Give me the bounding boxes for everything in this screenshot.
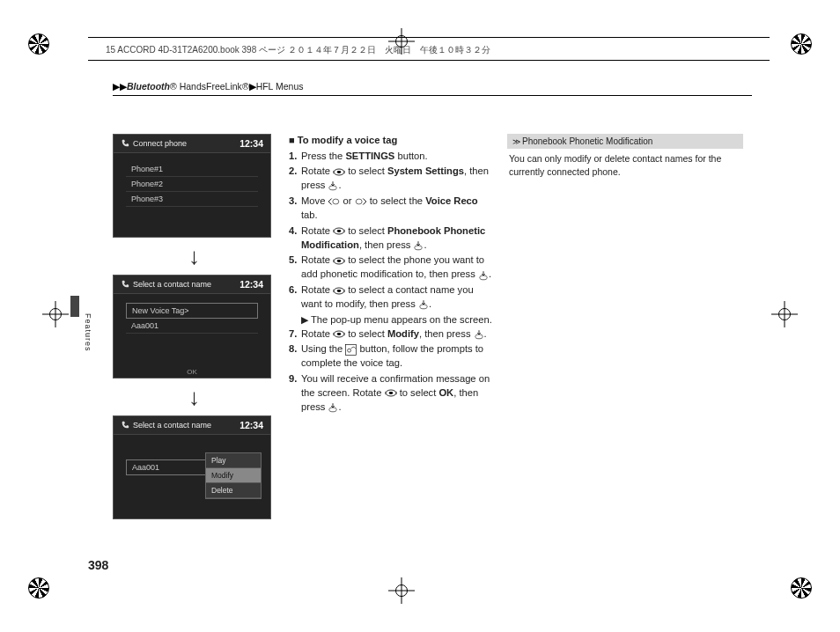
list-item: Phone#2 xyxy=(126,177,258,192)
instructions-list: Press the SETTINGS button.Rotate to sele… xyxy=(289,150,493,415)
list-item: Phone#1 xyxy=(126,162,258,177)
instruction-substep: ▶ The pop-up menu appears on the screen. xyxy=(289,313,493,327)
push-dial-icon xyxy=(478,268,489,282)
svg-point-20 xyxy=(388,393,393,395)
push-dial-icon xyxy=(328,179,338,193)
svg-point-21 xyxy=(329,408,336,412)
clock-label: 12:34 xyxy=(239,138,263,149)
registration-mark xyxy=(791,33,812,55)
tip-column: ≫ Phonebook Phonetic Modification You ca… xyxy=(507,134,743,178)
page-number: 398 xyxy=(88,558,108,572)
instructions-column: ■ To modify a voice tag Press the SETTIN… xyxy=(289,134,493,415)
square-bullet-icon: ■ xyxy=(289,135,298,145)
bold-term: Modify xyxy=(387,328,419,339)
breadcrumb-menus: HFL Menus xyxy=(256,81,304,92)
popup-item: Play xyxy=(206,453,261,468)
bold-term: Phonebook Phonetic Modification xyxy=(301,225,485,250)
breadcrumb-rule xyxy=(113,95,752,96)
push-dial-icon xyxy=(474,327,484,342)
registration-mark xyxy=(28,577,49,599)
down-arrow-icon: ↓ xyxy=(113,386,276,408)
popup-item: Delete xyxy=(206,483,261,498)
instruction-step: Rotate to select Modify, then press . xyxy=(289,327,493,342)
talk-button-icon xyxy=(345,343,357,357)
registration-mark xyxy=(791,577,812,599)
move-left-icon xyxy=(328,195,340,209)
rotate-dial-icon xyxy=(333,224,345,239)
clock-label: 12:34 xyxy=(239,420,263,430)
bold-term: Voice Reco xyxy=(425,195,477,206)
section-tab xyxy=(70,296,79,317)
svg-point-15 xyxy=(337,333,342,335)
phone-icon: Select a contact name xyxy=(121,280,211,289)
instruction-step: Using the button, follow the prompts to … xyxy=(289,342,493,371)
tip-header: ≫ Phonebook Phonetic Modification xyxy=(507,134,743,149)
svg-point-18 xyxy=(348,349,351,352)
svg-point-6 xyxy=(337,230,342,232)
popup-menu: Play Modify Delete xyxy=(205,452,262,499)
rule-line xyxy=(88,60,770,61)
frame-header: 15 ACCORD 4D-31T2A6200.book 398 ページ ２０１４… xyxy=(106,44,761,56)
screen-title: Connect phone xyxy=(133,139,187,148)
list-item: Phone#3 xyxy=(126,192,258,207)
rotate-dial-icon xyxy=(333,327,345,342)
svg-point-9 xyxy=(337,260,342,262)
svg-point-4 xyxy=(356,199,362,204)
down-arrow-icon: ↓ xyxy=(113,245,276,268)
phone-icon: Select a contact name xyxy=(121,421,211,430)
bold-term: OK xyxy=(438,387,453,398)
crosshair-mark xyxy=(775,305,794,324)
move-right-icon xyxy=(355,195,367,209)
push-dial-icon xyxy=(328,401,338,415)
rotate-dial-icon xyxy=(333,283,345,298)
svg-point-7 xyxy=(415,246,422,250)
section-tab-label: Features xyxy=(84,313,92,352)
tip-body: You can only modify or delete contact na… xyxy=(507,152,743,178)
list-item: Aaa001 xyxy=(126,319,258,334)
svg-point-2 xyxy=(329,186,336,190)
chevron-icon: ≫ xyxy=(512,137,520,146)
svg-point-13 xyxy=(420,305,427,309)
push-dial-icon xyxy=(418,298,429,312)
reg-mark: ® xyxy=(242,81,249,92)
breadcrumb-sep: ▶ xyxy=(249,81,256,92)
screen-connect-phone: Connect phone 12:34 Phone#1 Phone#2 Phon… xyxy=(113,134,271,238)
tip-header-text: Phonebook Phonetic Modification xyxy=(522,136,652,146)
rule-line xyxy=(88,37,770,38)
breadcrumb-bluetooth: Bluetooth xyxy=(127,81,170,92)
crosshair-mark xyxy=(392,581,411,600)
list-item: New Voice Tag> xyxy=(126,303,258,319)
breadcrumb-arrows: ▶▶ xyxy=(113,81,127,92)
bold-term: SETTINGS xyxy=(345,151,394,161)
screen-select-contact: Select a contact name 12:34 New Voice Ta… xyxy=(113,275,271,378)
screen-title: Select a contact name xyxy=(133,421,211,430)
instruction-step: Rotate to select a contact name you want… xyxy=(289,283,493,312)
instruction-step: Rotate to select the phone you want to a… xyxy=(289,254,493,282)
heading-text: To modify a voice tag xyxy=(298,135,398,145)
svg-point-1 xyxy=(337,171,342,173)
instructions-heading: ■ To modify a voice tag xyxy=(289,134,493,148)
bold-term: System Settings xyxy=(387,165,464,176)
screenshots-column: Connect phone 12:34 Phone#1 Phone#2 Phon… xyxy=(113,134,276,526)
svg-point-12 xyxy=(337,290,342,292)
rotate-dial-icon xyxy=(333,254,345,268)
rotate-dial-icon xyxy=(385,386,397,401)
instruction-step: Rotate to select System Settings, then p… xyxy=(289,165,493,193)
svg-point-10 xyxy=(480,276,487,280)
instruction-step: Rotate to select Phonebook Phonetic Modi… xyxy=(289,224,493,253)
clock-label: 12:34 xyxy=(239,279,263,290)
svg-point-16 xyxy=(475,334,482,339)
instruction-step: You will receive a confirmation message … xyxy=(289,372,493,414)
softkey-ok: OK xyxy=(187,368,197,376)
phone-icon: Connect phone xyxy=(121,139,187,148)
reg-mark: ® xyxy=(170,81,177,92)
registration-mark xyxy=(28,33,49,55)
instruction-step: Press the SETTINGS button. xyxy=(289,150,493,164)
popup-item-selected: Modify xyxy=(206,468,261,483)
instruction-step: Move or to select the Voice Reco tab. xyxy=(289,195,493,223)
svg-point-3 xyxy=(333,199,339,204)
crosshair-mark xyxy=(46,305,65,324)
push-dial-icon xyxy=(413,239,424,253)
screen-popup: Select a contact name 12:34 Aaa001 Play … xyxy=(113,415,271,519)
screen-title: Select a contact name xyxy=(133,280,211,289)
